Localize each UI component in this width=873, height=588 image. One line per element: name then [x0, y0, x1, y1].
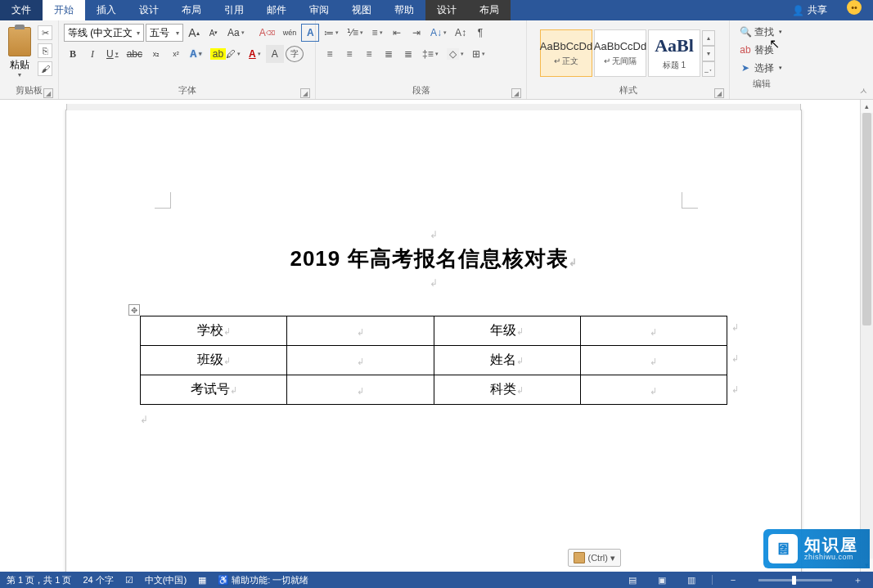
- align-center-button[interactable]: ≡: [340, 45, 358, 63]
- distributed-button[interactable]: ≣: [399, 45, 417, 63]
- multilevel-list-button[interactable]: ≡▾: [368, 24, 386, 42]
- table-cell[interactable]: 班级↲: [141, 346, 287, 375]
- sort-button[interactable]: A↓▾: [427, 24, 450, 42]
- tab-references[interactable]: 引用: [213, 0, 255, 20]
- tab-insert[interactable]: 插入: [85, 0, 128, 20]
- word-count-status[interactable]: 24 个字: [83, 574, 113, 586]
- justify-button[interactable]: ≣: [380, 45, 398, 63]
- table-cell[interactable]: ↲: [580, 375, 727, 405]
- scroll-thumb[interactable]: [862, 113, 871, 325]
- paste-button[interactable]: 粘贴 ▼: [3, 22, 36, 79]
- font-name-combo[interactable]: 等线 (中文正文▾: [64, 24, 144, 42]
- align-right-button[interactable]: ≡: [360, 45, 378, 63]
- replace-button[interactable]: ab替换: [736, 42, 787, 58]
- bullets-button[interactable]: ≔▾: [321, 24, 342, 42]
- style-normal[interactable]: AaBbCcDd ↵ 正文: [540, 29, 592, 77]
- bold-button[interactable]: B: [64, 45, 82, 63]
- table-cell[interactable]: ↲: [287, 346, 434, 375]
- tab-mailings[interactable]: 邮件: [255, 0, 298, 20]
- zoom-in-button[interactable]: ＋: [848, 573, 866, 586]
- tab-help[interactable]: 帮助: [383, 0, 425, 20]
- table-cell[interactable]: 姓名↲: [434, 346, 580, 375]
- style-heading1[interactable]: AaBl 标题 1: [648, 29, 700, 77]
- tab-design[interactable]: 设计: [128, 0, 170, 20]
- format-painter-button[interactable]: 🖌: [38, 61, 52, 76]
- web-layout-button[interactable]: ▥: [682, 573, 700, 586]
- font-dialog-launcher[interactable]: ◢: [300, 88, 310, 98]
- vertical-scrollbar[interactable]: ▴ ▾: [860, 100, 873, 572]
- tab-table-design[interactable]: 设计: [425, 0, 468, 20]
- show-marks-button[interactable]: ¶: [471, 24, 489, 42]
- grow-font-button[interactable]: A▴: [185, 24, 203, 42]
- text-effects-button[interactable]: A▾: [187, 45, 205, 63]
- underline-button[interactable]: U▾: [103, 45, 122, 63]
- table-cell[interactable]: 学校↲: [141, 316, 287, 346]
- accessibility-status[interactable]: ♿ 辅助功能: 一切就绪: [218, 574, 308, 586]
- text-direction-button[interactable]: A↕: [452, 24, 470, 42]
- character-shading-button[interactable]: A: [266, 45, 284, 63]
- table-cell[interactable]: ↲: [287, 316, 434, 346]
- document-title[interactable]: 2019 年高考报名信息核对表↲: [140, 245, 727, 273]
- shading-button[interactable]: ◇▾: [443, 45, 467, 63]
- tab-file[interactable]: 文件: [0, 0, 43, 20]
- copy-button[interactable]: ⎘: [38, 43, 52, 58]
- paragraph-dialog-launcher[interactable]: ◢: [511, 88, 521, 98]
- zoom-out-button[interactable]: −: [724, 573, 742, 586]
- tab-table-layout[interactable]: 布局: [468, 0, 511, 20]
- decrease-indent-button[interactable]: ⇤: [388, 24, 406, 42]
- increase-indent-button[interactable]: ⇥: [407, 24, 425, 42]
- borders-button[interactable]: ⊞▾: [469, 45, 488, 63]
- table-cell[interactable]: 年级↲: [434, 316, 580, 346]
- collapse-ribbon-button[interactable]: ㅅ: [859, 85, 868, 97]
- clear-formatting-button[interactable]: A⌫: [256, 24, 278, 42]
- italic-button[interactable]: I: [83, 45, 101, 63]
- spellcheck-icon[interactable]: ☑: [125, 575, 133, 586]
- line-spacing-button[interactable]: ‡≡▾: [419, 45, 442, 63]
- table-row[interactable]: 班级↲ ↲ 姓名↲ ↲: [141, 346, 727, 375]
- table-cell[interactable]: 科类↲: [434, 375, 580, 405]
- styles-gallery-nav[interactable]: ▴ ▾ ⎯▾: [702, 30, 715, 77]
- styles-up-icon[interactable]: ▴: [702, 30, 715, 46]
- share-button[interactable]: 👤共享: [784, 0, 835, 20]
- table-cell[interactable]: ↲: [580, 316, 727, 346]
- read-mode-button[interactable]: ▤: [623, 573, 641, 586]
- find-button[interactable]: 🔍查找▾: [736, 24, 787, 40]
- print-layout-button[interactable]: ▣: [653, 573, 671, 586]
- zoom-slider[interactable]: [758, 579, 832, 581]
- font-color-button[interactable]: A▾: [245, 45, 264, 63]
- superscript-button[interactable]: x²: [167, 45, 185, 63]
- subscript-button[interactable]: x₂: [147, 45, 165, 63]
- strikethrough-button[interactable]: abc: [124, 45, 146, 63]
- language-status[interactable]: 中文(中国): [145, 574, 187, 586]
- shrink-font-button[interactable]: A▾: [205, 24, 223, 42]
- styles-down-icon[interactable]: ▾: [702, 46, 715, 61]
- tab-layout[interactable]: 布局: [170, 0, 213, 20]
- page-number-status[interactable]: 第 1 页，共 1 页: [7, 574, 71, 586]
- table-cell[interactable]: 考试号↲: [141, 375, 287, 405]
- select-button[interactable]: ➤选择▾: [736, 60, 787, 76]
- enclosed-char-button[interactable]: 字: [286, 46, 304, 62]
- table-cell[interactable]: ↲: [287, 375, 434, 405]
- table-row[interactable]: 考试号↲ ↲ 科类↲ ↲: [141, 375, 727, 405]
- table-row[interactable]: 学校↲ ↲ 年级↲ ↲: [141, 316, 727, 346]
- clipboard-dialog-launcher[interactable]: ◢: [43, 88, 53, 98]
- tab-review[interactable]: 审阅: [298, 0, 340, 20]
- scroll-up-button[interactable]: ▴: [861, 100, 873, 113]
- tab-home[interactable]: 开始: [43, 0, 85, 20]
- highlight-button[interactable]: ab🖊▾: [207, 45, 244, 63]
- change-case-button[interactable]: Aa▾: [224, 24, 248, 42]
- table-move-handle[interactable]: ✥: [128, 304, 140, 316]
- tab-view[interactable]: 视图: [340, 0, 383, 20]
- document-area[interactable]: ↲ 2019 年高考报名信息核对表↲ ↲ ✥ 学校↲ ↲ 年级↲ ↲ 班级↲ ↲…: [0, 100, 860, 572]
- align-left-button[interactable]: ≡: [321, 45, 339, 63]
- cut-button[interactable]: ✂: [38, 25, 52, 40]
- style-no-spacing[interactable]: AaBbCcDd ↵ 无间隔: [594, 29, 646, 77]
- styles-more-icon[interactable]: ⎯▾: [702, 61, 715, 77]
- document-table[interactable]: 学校↲ ↲ 年级↲ ↲ 班级↲ ↲ 姓名↲ ↲ 考试号↲ ↲ 科类↲: [140, 316, 727, 405]
- styles-dialog-launcher[interactable]: ◢: [714, 88, 724, 98]
- numbering-button[interactable]: ⅟≡▾: [344, 24, 367, 42]
- phonetic-guide-button[interactable]: wén: [280, 24, 300, 42]
- table-cell[interactable]: ↲: [580, 346, 727, 375]
- font-size-combo[interactable]: 五号▾: [146, 24, 183, 42]
- feedback-smile-icon[interactable]: ••: [847, 0, 862, 15]
